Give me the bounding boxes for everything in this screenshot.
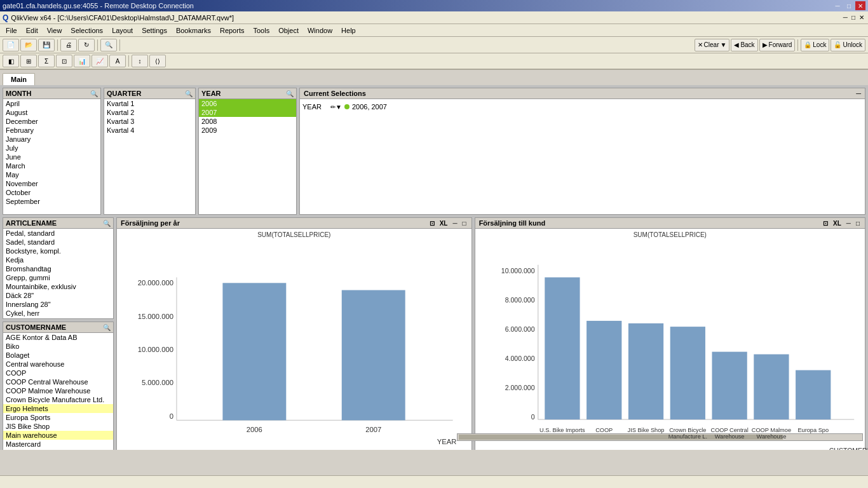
open-button[interactable]: 📂 [20, 39, 37, 51]
tb2-btn-7[interactable]: A [109, 55, 126, 67]
quarter-item[interactable]: Kvartal 1 [104, 99, 195, 108]
quarter-header[interactable]: QUARTER 🔍 [104, 88, 195, 99]
articlename-item[interactable]: Signalhorn [3, 318, 113, 318]
chart-customer-minimize-icon[interactable]: ─ [845, 220, 852, 227]
month-item[interactable]: June [3, 152, 100, 161]
selections-minimize-icon[interactable]: ─ [856, 90, 861, 97]
quarter-search-icon[interactable]: 🔍 [185, 90, 193, 97]
close-button[interactable]: ✕ [855, 1, 865, 10]
customername-item[interactable]: Crown Bicycle Manufacture Ltd. [3, 395, 113, 404]
customername-item[interactable]: Biko [3, 342, 113, 351]
tb2-btn-8[interactable]: ↕ [132, 55, 148, 67]
chart-year-close-icon[interactable]: □ [461, 220, 468, 227]
customername-item[interactable]: COOP Malmoe Warehouse [3, 386, 113, 395]
customername-item[interactable]: Europa Sports [3, 413, 113, 422]
year-item[interactable]: 2009 [199, 126, 296, 135]
customername-search-icon[interactable]: 🔍 [103, 324, 111, 331]
month-header[interactable]: MONTH 🔍 [3, 88, 100, 99]
menu-window[interactable]: Window [303, 25, 337, 36]
year-header[interactable]: YEAR 🔍 [199, 88, 296, 99]
tb2-btn-3[interactable]: Σ [38, 55, 55, 67]
menu-settings[interactable]: Settings [137, 25, 172, 36]
print-button[interactable]: 🖨 [60, 39, 77, 51]
articlename-item[interactable]: Mountainbike, exklusiv [3, 282, 113, 291]
month-item[interactable]: October [3, 188, 100, 197]
menu-view[interactable]: View [43, 25, 67, 36]
quarter-item[interactable]: Kvartal 4 [104, 126, 195, 135]
articlename-header[interactable]: ARTICLENAME 🔍 [3, 218, 113, 229]
menu-edit[interactable]: Edit [22, 25, 43, 36]
tb2-btn-4[interactable]: ⊡ [56, 55, 72, 67]
customername-item[interactable]: COOP Central Warehouse [3, 377, 113, 386]
menu-file[interactable]: File [1, 25, 22, 36]
refresh-button[interactable]: ↻ [78, 39, 95, 51]
customername-item[interactable]: COOP [3, 369, 113, 377]
chart-year-minimize-icon[interactable]: ─ [451, 220, 458, 227]
menu-selections[interactable]: Selections [66, 25, 107, 36]
restore-button[interactable]: □ [844, 1, 854, 10]
month-item[interactable]: May [3, 170, 100, 179]
customername-item[interactable]: AGE Kontor & Data AB [3, 333, 113, 342]
articlename-search-icon[interactable]: 🔍 [103, 220, 111, 227]
tb2-btn-2[interactable]: ⊞ [20, 55, 37, 67]
month-item[interactable]: March [3, 161, 100, 170]
chart-customer-xl-icon[interactable]: XL [832, 220, 843, 227]
menu-object[interactable]: Object [274, 25, 303, 36]
month-item[interactable]: February [3, 126, 100, 135]
articlename-item[interactable]: Sadel, standard [3, 238, 113, 247]
save-button[interactable]: 💾 [38, 39, 55, 51]
tb2-btn-6[interactable]: 📈 [92, 55, 108, 67]
menu-bookmarks[interactable]: Bookmarks [172, 25, 215, 36]
lock-button[interactable]: 🔒 Lock [801, 39, 829, 51]
year-item[interactable]: 2007 [199, 108, 296, 117]
articlename-item[interactable]: Bockstyre, kompl. [3, 247, 113, 255]
tab-main[interactable]: Main [3, 73, 35, 85]
customername-item[interactable]: JIS Bike Shop [3, 422, 113, 431]
month-item[interactable]: April [3, 99, 100, 108]
articlename-item[interactable]: Cykel, herr [3, 309, 113, 318]
chart-year-expand-icon[interactable]: ⊡ [428, 220, 436, 227]
customername-item[interactable]: Material warehouse [3, 449, 113, 450]
menu-layout[interactable]: Layout [107, 25, 137, 36]
app-minimize-button[interactable]: ─ [842, 14, 849, 21]
customername-item[interactable]: Central warehouse [3, 360, 113, 369]
month-item[interactable]: December [3, 117, 100, 126]
year-item[interactable]: 2006 [199, 99, 296, 108]
month-item[interactable]: November [3, 179, 100, 188]
customername-item[interactable]: Mastercard [3, 440, 113, 449]
new-button[interactable]: 📄 [3, 39, 19, 51]
articlename-item[interactable]: Innerslang 28" [3, 300, 113, 309]
articlename-item[interactable]: Däck 28" [3, 291, 113, 300]
tb2-btn-5[interactable]: 📊 [74, 55, 90, 67]
chart-customer-close-icon[interactable]: □ [855, 220, 861, 227]
customername-item[interactable]: Ergo Helmets [3, 404, 113, 413]
search-button[interactable]: 🔍 [100, 39, 117, 51]
selection-edit-icon[interactable]: ✏▼ [330, 104, 342, 111]
tb2-btn-1[interactable]: ◧ [3, 55, 19, 67]
unlock-button[interactable]: 🔓 Unlock [831, 39, 865, 51]
quarter-item[interactable]: Kvartal 2 [104, 108, 195, 117]
customername-header[interactable]: CUSTOMERNAME 🔍 [3, 322, 113, 333]
forward-button[interactable]: ▶ Forward [759, 39, 796, 51]
customername-item[interactable]: Bolaget [3, 351, 113, 360]
month-search-icon[interactable]: 🔍 [90, 90, 98, 97]
month-item[interactable]: September [3, 197, 100, 206]
app-close-button[interactable]: ✕ [858, 14, 865, 21]
back-button[interactable]: ◀ Back [731, 39, 757, 51]
year-item[interactable]: 2008 [199, 117, 296, 126]
articlename-item[interactable]: Bromshandtag [3, 264, 113, 273]
clear-button[interactable]: ✕ Clear ▼ [695, 39, 730, 51]
minimize-button[interactable]: ─ [832, 1, 843, 10]
articlename-item[interactable]: Grepp, gummi [3, 273, 113, 282]
customername-item[interactable]: Main warehouse [3, 431, 113, 440]
year-search-icon[interactable]: 🔍 [286, 90, 294, 97]
menu-help[interactable]: Help [337, 25, 360, 36]
app-restore-button[interactable]: □ [850, 14, 857, 21]
chart-year-xl-icon[interactable]: XL [438, 220, 449, 227]
month-item[interactable]: August [3, 108, 100, 117]
menu-tools[interactable]: Tools [248, 25, 274, 36]
chart-customer-expand-icon[interactable]: ⊡ [822, 220, 829, 227]
articlename-item[interactable]: Pedal, standard [3, 229, 113, 238]
quarter-item[interactable]: Kvartal 3 [104, 117, 195, 126]
menu-reports[interactable]: Reports [215, 25, 249, 36]
